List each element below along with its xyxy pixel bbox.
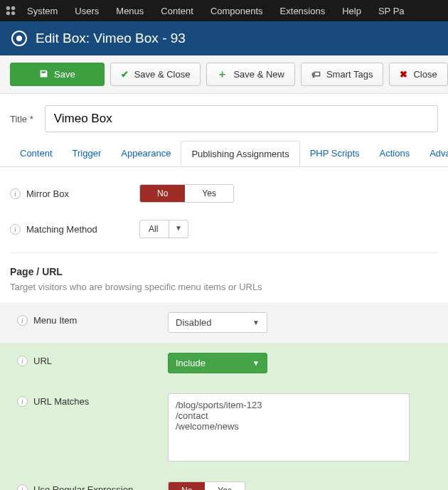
title-input[interactable] bbox=[45, 105, 438, 132]
tab-trigger[interactable]: Trigger bbox=[63, 141, 112, 166]
close-icon: ✖ bbox=[400, 69, 407, 80]
matching-value: All bbox=[140, 220, 169, 238]
save-button[interactable]: Save bbox=[10, 63, 105, 86]
chevron-down-icon: ▼ bbox=[169, 220, 188, 238]
menu-item-select[interactable]: Disabled ▼ bbox=[168, 312, 267, 333]
svg-point-3 bbox=[11, 11, 15, 15]
mirror-yes[interactable]: Yes bbox=[185, 185, 233, 202]
save-new-label: Save & New bbox=[233, 69, 284, 80]
mirror-label: Mirror Box bbox=[26, 188, 69, 199]
check-icon: ✔ bbox=[121, 69, 129, 80]
row-url: i URL Include ▼ bbox=[0, 343, 448, 383]
url-mode-select[interactable]: Include ▼ bbox=[168, 353, 267, 373]
regex-toggle[interactable]: No Yes bbox=[168, 481, 245, 490]
info-icon[interactable]: i bbox=[17, 315, 28, 326]
regex-no[interactable]: No bbox=[169, 482, 205, 490]
info-icon[interactable]: i bbox=[10, 188, 21, 199]
tag-icon: 🏷 bbox=[311, 69, 321, 80]
tab-advanced[interactable]: Adva bbox=[420, 141, 448, 166]
row-mirror: i Mirror Box No Yes bbox=[10, 180, 438, 215]
smart-tags-button[interactable]: 🏷 Smart Tags bbox=[301, 63, 384, 86]
row-menu-item: i Menu Item Disabled ▼ bbox=[0, 302, 448, 343]
sysbar-help[interactable]: Help bbox=[335, 1, 368, 21]
sysbar-components[interactable]: Components bbox=[203, 1, 270, 21]
chevron-down-icon: ▼ bbox=[245, 314, 267, 331]
title-field-row: Title * bbox=[0, 94, 448, 141]
regex-yes[interactable]: Yes bbox=[205, 482, 245, 490]
url-matches-label: URL Matches bbox=[33, 396, 89, 407]
mirror-no[interactable]: No bbox=[140, 185, 185, 202]
svg-point-0 bbox=[6, 6, 10, 10]
sysbar-extensions[interactable]: Extensions bbox=[273, 1, 333, 21]
save-label: Save bbox=[54, 69, 75, 80]
menu-item-label: Menu Item bbox=[33, 315, 77, 326]
save-new-button[interactable]: ＋ Save & New bbox=[206, 63, 295, 86]
sysbar-users[interactable]: Users bbox=[68, 1, 106, 21]
tabs: Content Trigger Appearance Publishing As… bbox=[0, 141, 448, 167]
svg-point-2 bbox=[6, 11, 10, 15]
target-icon bbox=[11, 31, 27, 46]
separator bbox=[10, 252, 438, 253]
save-icon bbox=[39, 69, 48, 80]
row-url-matches: i URL Matches bbox=[0, 383, 448, 472]
tab-php[interactable]: PHP Scripts bbox=[300, 141, 370, 166]
tab-appearance[interactable]: Appearance bbox=[111, 141, 181, 166]
tab-content[interactable]: Content bbox=[10, 141, 63, 166]
info-icon[interactable]: i bbox=[17, 356, 28, 366]
page-title: Edit Box: Vimeo Box - 93 bbox=[36, 31, 186, 46]
svg-point-1 bbox=[11, 6, 15, 10]
sysbar-menus[interactable]: Menus bbox=[109, 1, 151, 21]
plus-icon: ＋ bbox=[217, 68, 228, 81]
assignment-block: i Menu Item Disabled ▼ i URL Include ▼ i… bbox=[0, 302, 448, 490]
close-label: Close bbox=[413, 69, 437, 80]
close-button[interactable]: ✖ Close bbox=[389, 63, 447, 86]
info-icon[interactable]: i bbox=[10, 224, 21, 235]
sysbar-content[interactable]: Content bbox=[154, 1, 201, 21]
page-header: Edit Box: Vimeo Box - 93 bbox=[0, 21, 448, 55]
chevron-down-icon: ▼ bbox=[245, 355, 267, 371]
section-desc: Target visitors who are browsing specifi… bbox=[10, 282, 438, 292]
sysbar-system[interactable]: System bbox=[20, 1, 65, 21]
matching-select[interactable]: All ▼ bbox=[139, 220, 188, 238]
sysbar-sp[interactable]: SP Pa bbox=[371, 1, 412, 21]
menu-item-value: Disabled bbox=[169, 313, 245, 332]
section-title: Page / URL bbox=[10, 266, 438, 277]
mirror-toggle[interactable]: No Yes bbox=[139, 184, 234, 203]
url-matches-input[interactable] bbox=[168, 393, 410, 462]
tab-publishing[interactable]: Publishing Assignments bbox=[181, 141, 299, 167]
info-icon[interactable]: i bbox=[17, 396, 28, 407]
row-regex: i Use Regular Expression No Yes bbox=[0, 472, 448, 490]
row-matching: i Matching Method All ▼ bbox=[10, 215, 438, 251]
url-label: URL bbox=[33, 356, 52, 366]
smart-tags-label: Smart Tags bbox=[326, 69, 373, 80]
title-label: Title * bbox=[10, 114, 33, 124]
save-close-label: Save & Close bbox=[134, 69, 191, 80]
matching-label: Matching Method bbox=[26, 224, 97, 235]
info-icon[interactable]: i bbox=[17, 484, 28, 490]
tab-actions[interactable]: Actions bbox=[370, 141, 420, 166]
url-mode-value: Include bbox=[169, 353, 245, 373]
tab-panel: i Mirror Box No Yes i Matching Method Al… bbox=[0, 167, 448, 490]
regex-label: Use Regular Expression bbox=[33, 484, 133, 490]
action-toolbar: Save ✔ Save & Close ＋ Save & New 🏷 Smart… bbox=[0, 55, 448, 94]
joomla-icon bbox=[4, 4, 17, 17]
admin-top-bar: System Users Menus Content Components Ex… bbox=[0, 0, 448, 21]
save-close-button[interactable]: ✔ Save & Close bbox=[110, 63, 201, 86]
